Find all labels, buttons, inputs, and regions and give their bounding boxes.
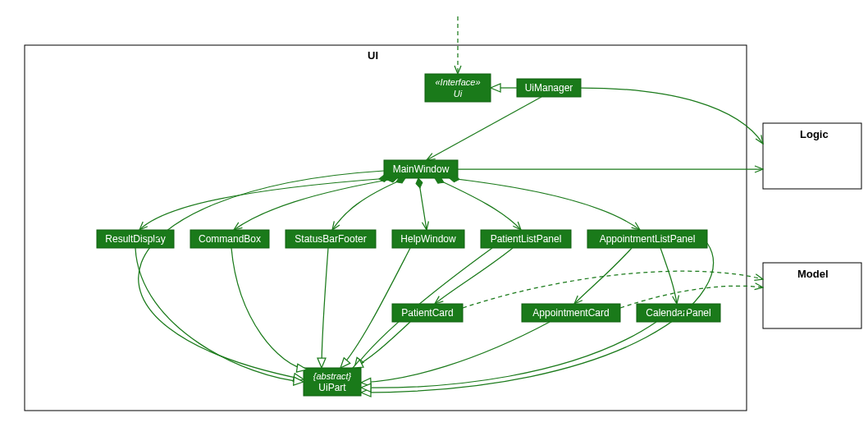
svg-text:PatientListPanel: PatientListPanel: [491, 233, 562, 245]
svg-text:UiManager: UiManager: [525, 82, 573, 94]
svg-text:AppointmentCard: AppointmentCard: [532, 307, 609, 319]
uml-diagram: UI Logic Model «Interface» Ui UiManager …: [0, 0, 868, 427]
edge-alp-appointmentcard: [574, 248, 632, 304]
svg-text:ResultDisplay: ResultDisplay: [105, 233, 165, 245]
class-calendarpanel: CalendarPanel: [637, 304, 720, 322]
class-commandbox: CommandBox: [190, 230, 269, 248]
edge-mw-appointmentlistpanel: [450, 178, 640, 230]
class-helpwindow: HelpWindow: [392, 230, 464, 248]
class-patientlistpanel: PatientListPanel: [481, 230, 571, 248]
class-uimanager: UiManager: [517, 79, 581, 97]
class-statusbarfooter: StatusBarFooter: [286, 230, 376, 248]
package-ui-title: UI: [368, 49, 378, 62]
class-appointmentcard: AppointmentCard: [522, 304, 620, 322]
svg-text:StatusBarFooter: StatusBarFooter: [295, 233, 366, 245]
edge-uimanager-to-logic: [581, 88, 763, 144]
package-logic-title: Logic: [800, 128, 829, 140]
package-model-title: Model: [797, 268, 829, 280]
svg-text:HelpWindow: HelpWindow: [400, 233, 456, 245]
package-ui: [25, 45, 747, 411]
class-patientcard: PatientCard: [392, 304, 463, 322]
edge-patientcard-model: [463, 271, 763, 308]
edge-mw-statusbarfooter: [332, 178, 405, 230]
class-uipart: {abstract} UiPart: [304, 368, 361, 396]
class-resultdisplay: ResultDisplay: [97, 230, 174, 248]
svg-text:AppointmentListPanel: AppointmentListPanel: [600, 233, 696, 245]
edge-mw-helpwindow: [418, 178, 427, 230]
edge-sbf-uipart: [322, 248, 328, 368]
svg-text:{abstract}: {abstract}: [313, 371, 352, 381]
edge-uimanager-to-mainwindow: [427, 97, 541, 160]
edge-mw-uipart: [139, 171, 384, 379]
edge-cb-uipart: [231, 248, 307, 370]
svg-text:MainWindow: MainWindow: [393, 163, 450, 175]
edge-mw-resultdisplay: [139, 178, 389, 230]
edge-cal-uipart: [361, 322, 656, 388]
class-appointmentlistpanel: AppointmentListPanel: [587, 230, 707, 248]
svg-text:UiPart: UiPart: [318, 382, 346, 393]
edge-plp-patientcard: [435, 248, 513, 304]
svg-text:CommandBox: CommandBox: [199, 233, 261, 245]
edge-mw-commandbox: [234, 178, 397, 230]
class-mainwindow: MainWindow: [384, 160, 458, 178]
svg-text:«Interface»: «Interface»: [435, 77, 480, 87]
class-interface-ui: «Interface» Ui: [425, 74, 491, 102]
svg-text:Ui: Ui: [454, 89, 463, 99]
edge-pc-uipart: [353, 322, 410, 368]
edge-rd-uipart: [135, 248, 304, 382]
